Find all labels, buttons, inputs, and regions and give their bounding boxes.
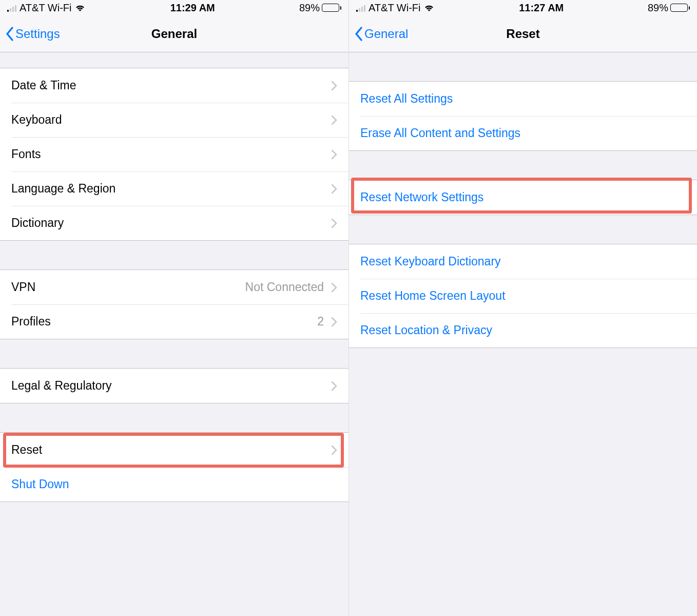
row-reset-keyboard-dictionary[interactable]: Reset Keyboard Dictionary [349, 244, 697, 279]
status-bar: AT&T Wi-Fi 11:27 AM 89% [349, 0, 697, 15]
row-keyboard[interactable]: Keyboard [0, 103, 348, 137]
group-general-3: Legal & Regulatory [0, 368, 348, 403]
signal-icon [356, 4, 365, 12]
chevron-right-icon [331, 218, 337, 228]
row-language-region[interactable]: Language & Region [0, 171, 348, 206]
wifi-icon [74, 2, 86, 14]
clock: 11:27 AM [519, 2, 564, 14]
page-title: General [151, 27, 197, 41]
row-vpn[interactable]: VPN Not Connected [0, 270, 348, 304]
row-label: Fonts [11, 147, 331, 161]
row-date-time[interactable]: Date & Time [0, 68, 348, 103]
row-reset-all-settings[interactable]: Reset All Settings [349, 82, 697, 116]
row-reset-location-privacy[interactable]: Reset Location & Privacy [349, 313, 697, 348]
row-label: Reset Location & Privacy [360, 323, 686, 337]
row-label: Keyboard [11, 113, 331, 127]
nav-bar: Settings General [0, 15, 348, 52]
group-general-2: VPN Not Connected Profiles 2 [0, 270, 348, 339]
group-reset-1: Reset All Settings Erase All Content and… [349, 81, 697, 151]
row-value: 2 [317, 315, 324, 329]
row-label: Language & Region [11, 182, 331, 196]
row-label: Shut Down [11, 477, 337, 491]
row-fonts[interactable]: Fonts [0, 137, 348, 171]
chevron-right-icon [331, 115, 337, 125]
battery-icon [670, 4, 690, 12]
back-label: Settings [15, 27, 60, 41]
row-label: Dictionary [11, 216, 331, 230]
battery-percent: 89% [648, 2, 668, 14]
row-profiles[interactable]: Profiles 2 [0, 304, 348, 339]
chevron-right-icon [331, 381, 337, 391]
row-legal-regulatory[interactable]: Legal & Regulatory [0, 369, 348, 403]
chevron-left-icon [354, 26, 363, 42]
chevron-right-icon [331, 184, 337, 194]
row-shut-down[interactable]: Shut Down [0, 467, 348, 502]
row-label: Reset Keyboard Dictionary [360, 255, 686, 268]
row-reset[interactable]: Reset [0, 433, 348, 467]
row-label: Legal & Regulatory [11, 379, 331, 393]
row-label: Reset Network Settings [360, 190, 686, 204]
row-reset-home-screen-layout[interactable]: Reset Home Screen Layout [349, 279, 697, 313]
row-label: Reset [11, 443, 331, 457]
row-value: Not Connected [245, 280, 324, 294]
row-label: Reset All Settings [360, 92, 686, 106]
row-label: Erase All Content and Settings [360, 126, 686, 140]
group-general-1: Date & Time Keyboard Fonts Language & Re… [0, 68, 348, 241]
chevron-right-icon [331, 317, 337, 327]
row-erase-all-content[interactable]: Erase All Content and Settings [349, 116, 697, 150]
row-label: Reset Home Screen Layout [360, 289, 686, 303]
group-general-4: Reset Shut Down [0, 432, 348, 502]
clock: 11:29 AM [170, 2, 215, 14]
page-title: Reset [506, 27, 539, 41]
chevron-right-icon [331, 149, 337, 160]
status-bar: AT&T Wi-Fi 11:29 AM 89% [0, 0, 348, 15]
carrier-label: AT&T Wi-Fi [20, 2, 71, 14]
carrier-label: AT&T Wi-Fi [369, 2, 420, 14]
battery-percent: 89% [299, 2, 320, 14]
nav-bar: General Reset [349, 15, 697, 52]
group-reset-3: Reset Keyboard Dictionary Reset Home Scr… [349, 244, 697, 348]
row-dictionary[interactable]: Dictionary [0, 206, 348, 240]
row-label: Profiles [11, 315, 317, 329]
signal-icon [7, 4, 16, 12]
row-label: VPN [11, 280, 245, 294]
back-label: General [364, 27, 408, 41]
phone-general: AT&T Wi-Fi 11:29 AM 89% Settings General… [0, 0, 348, 616]
chevron-left-icon [5, 26, 14, 42]
row-label: Date & Time [11, 79, 331, 92]
chevron-right-icon [331, 282, 337, 293]
phone-reset: AT&T Wi-Fi 11:27 AM 89% General Reset Re… [348, 0, 697, 616]
battery-icon [322, 4, 341, 12]
back-button[interactable]: General [354, 15, 408, 52]
wifi-icon [423, 2, 435, 14]
back-button[interactable]: Settings [5, 15, 60, 52]
chevron-right-icon [331, 445, 337, 455]
group-reset-2: Reset Network Settings [349, 180, 697, 215]
chevron-right-icon [331, 81, 337, 91]
row-reset-network-settings[interactable]: Reset Network Settings [349, 180, 697, 215]
